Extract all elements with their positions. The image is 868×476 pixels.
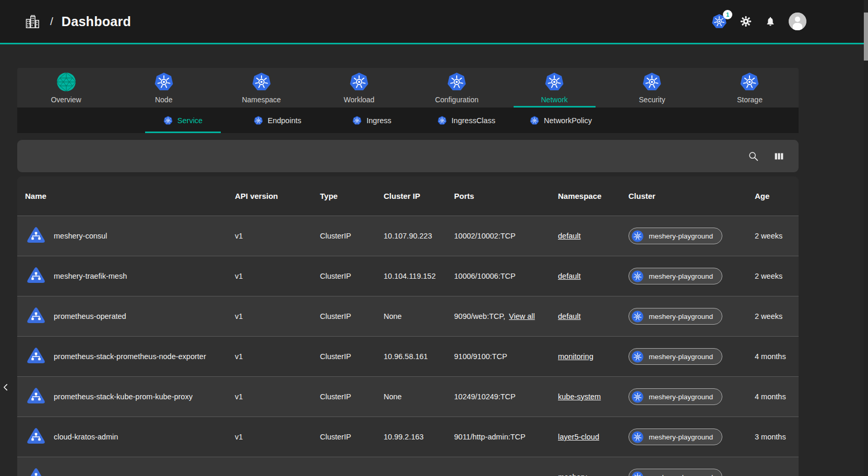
table-row[interactable]: meshery-consul v1 ClusterIP 10.107.90.22… <box>17 216 799 256</box>
column-header-age[interactable]: Age <box>755 192 799 200</box>
resource-tabs: Overview Node Namespace Workload Configu… <box>17 68 799 108</box>
avatar-icon <box>789 13 806 30</box>
kubernetes-icon <box>154 72 174 92</box>
column-header-name[interactable]: Name <box>25 192 235 200</box>
table-row[interactable]: prometheus-operated v1 ClusterIP None 90… <box>17 296 799 336</box>
subtab-ingressclass[interactable]: IngressClass <box>419 108 514 133</box>
tab-overview[interactable]: Overview <box>17 68 115 108</box>
cluster-chip[interactable]: meshery-playground <box>628 308 722 325</box>
namespace-link[interactable]: monitoring <box>558 352 593 361</box>
namespace-cell: default <box>558 312 628 320</box>
kubernetes-icon <box>447 72 467 92</box>
column-header-cluster[interactable]: Cluster <box>628 192 755 200</box>
cluster-chip[interactable]: meshery-playground <box>628 228 722 244</box>
page-scrollbar[interactable] <box>864 0 868 476</box>
subtab-label: Ingress <box>366 116 391 125</box>
tab-label: Namespace <box>242 96 281 104</box>
cluster-chip[interactable]: meshery-playground <box>628 348 722 365</box>
cluster-name: meshery-playground <box>649 473 713 476</box>
service-name: prometheus-stack-prometheus-node-exporte… <box>54 352 206 361</box>
tab-security[interactable]: Security <box>603 68 701 108</box>
age-cell: 3 months <box>755 433 799 441</box>
age-cell: 4 months <box>755 392 799 401</box>
namespace-link[interactable]: layer5-cloud <box>558 433 599 441</box>
column-header-api-version[interactable]: API version <box>235 192 320 200</box>
cluster-chip[interactable]: meshery-playground <box>628 388 722 405</box>
view-columns-button[interactable] <box>773 150 785 162</box>
cluster-ip-cell: None <box>384 392 454 401</box>
table-row[interactable]: meshery meshery-playground <box>17 457 799 476</box>
name-cell: meshery-consul <box>25 226 235 246</box>
subtab-service[interactable]: Service <box>136 108 230 133</box>
namespace-link[interactable]: default <box>558 272 581 280</box>
tab-label: Security <box>639 96 665 104</box>
cluster-chip[interactable]: meshery-playground <box>628 469 722 476</box>
name-cell: prometheus-stack-prometheus-node-exporte… <box>25 347 235 366</box>
namespace-link[interactable]: meshery <box>558 473 587 476</box>
kubernetes-icon <box>632 311 644 323</box>
type-cell: ClusterIP <box>320 352 384 361</box>
tab-node[interactable]: Node <box>115 68 212 108</box>
kubernetes-icon <box>632 230 644 242</box>
cluster-chip[interactable]: meshery-playground <box>628 429 722 445</box>
kubernetes-context-button[interactable]: 1 <box>711 14 727 29</box>
column-header-ports[interactable]: Ports <box>454 192 558 200</box>
column-header-type[interactable]: Type <box>320 192 384 200</box>
kubernetes-icon <box>740 72 759 92</box>
subtab-ingress[interactable]: Ingress <box>325 108 419 133</box>
service-icon <box>25 266 47 286</box>
namespace-cell: default <box>558 232 628 240</box>
tab-label: Storage <box>737 96 763 104</box>
tab-network[interactable]: Network <box>506 68 603 108</box>
search-button[interactable] <box>747 150 759 162</box>
tab-label: Configuration <box>435 96 478 104</box>
appbar-actions: 1 <box>711 13 806 30</box>
tab-workload[interactable]: Workload <box>310 68 408 108</box>
cluster-cell: meshery-playground <box>628 388 755 405</box>
cluster-cell: meshery-playground <box>628 429 755 445</box>
namespace-cell: meshery <box>558 473 628 476</box>
buildings-icon[interactable] <box>24 13 41 30</box>
table-row[interactable]: meshery-traefik-mesh v1 ClusterIP 10.104… <box>17 256 799 296</box>
service-icon <box>25 226 47 246</box>
cluster-name: meshery-playground <box>649 353 713 361</box>
table-row[interactable]: prometheus-stack-prometheus-node-exporte… <box>17 336 799 376</box>
subtab-networkpolicy[interactable]: NetworkPolicy <box>514 108 608 133</box>
subtab-endpoints[interactable]: Endpoints <box>230 108 325 133</box>
kubernetes-icon <box>632 391 644 403</box>
view-columns-icon <box>773 150 785 162</box>
tab-storage[interactable]: Storage <box>701 68 799 108</box>
namespace-link[interactable]: default <box>558 232 581 240</box>
tab-configuration[interactable]: Configuration <box>408 68 506 108</box>
table-row[interactable]: cloud-kratos-admin v1 ClusterIP 10.99.2.… <box>17 416 799 457</box>
cluster-ip-cell: 10.99.2.163 <box>384 433 454 441</box>
view-all-link[interactable]: View all <box>509 312 535 320</box>
column-header-cluster-ip[interactable]: Cluster IP <box>384 192 454 200</box>
name-cell <box>25 467 235 476</box>
service-name: meshery-traefik-mesh <box>54 272 127 280</box>
column-header-namespace[interactable]: Namespace <box>558 192 628 200</box>
cluster-ip-cell: 10.104.119.152 <box>384 272 454 280</box>
namespace-link[interactable]: default <box>558 312 581 320</box>
cluster-chip[interactable]: meshery-playground <box>628 268 722 284</box>
meshery-sphere-icon <box>56 72 76 92</box>
type-cell: ClusterIP <box>320 272 384 280</box>
notifications-button[interactable] <box>765 15 776 28</box>
collapse-drawer-button[interactable] <box>0 378 11 398</box>
namespace-cell: default <box>558 272 628 280</box>
scrollbar-thumb[interactable] <box>864 13 868 61</box>
service-icon <box>25 347 47 366</box>
tab-namespace[interactable]: Namespace <box>212 68 310 108</box>
kubernetes-icon <box>632 270 644 282</box>
namespace-cell: layer5-cloud <box>558 433 628 441</box>
api-version-cell: v1 <box>235 312 320 320</box>
bell-icon <box>765 15 776 28</box>
ports-cell: 10006/10006:TCP <box>454 272 558 280</box>
breadcrumb-separator: / <box>50 15 53 28</box>
table-row[interactable]: prometheus-stack-kube-prom-kube-proxy v1… <box>17 376 799 416</box>
name-cell: prometheus-operated <box>25 306 235 326</box>
account-avatar[interactable] <box>789 13 806 30</box>
namespace-link[interactable]: kube-system <box>558 392 601 401</box>
settings-button[interactable] <box>740 15 752 28</box>
subtab-label: IngressClass <box>451 116 495 125</box>
